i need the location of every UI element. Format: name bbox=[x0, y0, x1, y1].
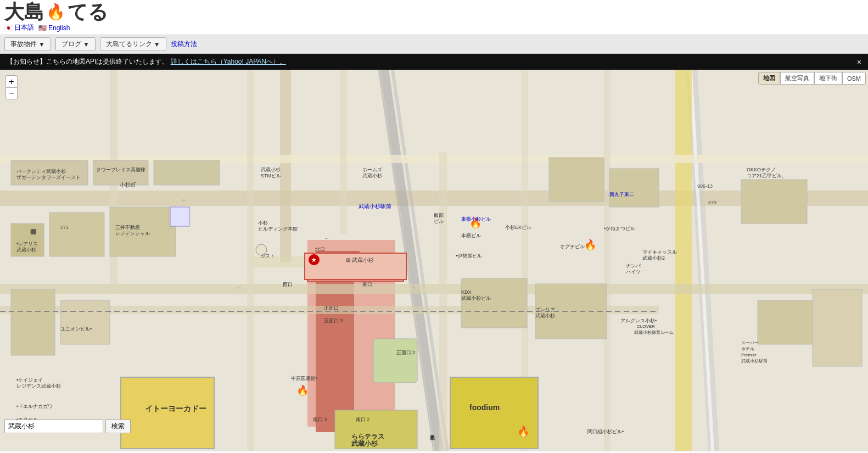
svg-text:本横ビル: 本横ビル bbox=[461, 233, 481, 238]
svg-rect-32 bbox=[549, 158, 604, 202]
svg-text:CLOVER: CLOVER bbox=[637, 324, 655, 329]
us-flag: 🇺🇸 bbox=[38, 24, 47, 32]
announce-text: 【お知らせ】こちらの地図APIは提供終了いたします。 詳しくはこちら（Yahoo… bbox=[7, 57, 286, 66]
svg-text:KDX: KDX bbox=[461, 289, 472, 295]
svg-text:東口: 東口 bbox=[362, 282, 372, 287]
language-bar: 🇯🇵 日本語 🇺🇸 English bbox=[4, 23, 864, 32]
svg-rect-33 bbox=[609, 169, 659, 207]
svg-text:武蔵小杉: 武蔵小杉 bbox=[16, 247, 36, 253]
svg-text:ユニオンビル•: ユニオンビル• bbox=[60, 326, 92, 332]
svg-text:武蔵小杉保育ルーム: 武蔵小杉保育ルーム bbox=[634, 330, 674, 335]
map-container[interactable]: 🔥 🔥 🔥 🔥 ← ← ← ← パークシティ武蔵小杉 ザガーデンタワーズイースト… bbox=[0, 70, 868, 451]
svg-text:⬛: ⬛ bbox=[30, 228, 37, 235]
svg-rect-11 bbox=[675, 70, 692, 451]
svg-text:スーパー: スーパー bbox=[741, 340, 759, 345]
svg-text:正面口２: 正面口２ bbox=[396, 350, 416, 355]
svg-text:•ドエルナカガワ: •ドエルナカガワ bbox=[16, 404, 53, 409]
svg-text:武蔵小杉駅前: 武蔵小杉駅前 bbox=[741, 359, 768, 363]
svg-text:←: ← bbox=[324, 235, 329, 241]
links-label: 大島てるリンク bbox=[106, 40, 152, 49]
map-type-underground-button[interactable]: 地下街 bbox=[814, 72, 842, 85]
svg-text:武蔵小杉: 武蔵小杉 bbox=[362, 173, 382, 178]
blog-menu-button[interactable]: ブログ ▼ bbox=[55, 37, 96, 51]
svg-text:OKKOテクノ: OKKOテクノ bbox=[747, 167, 776, 172]
announce-close-button[interactable]: × bbox=[857, 58, 861, 66]
zoom-in-button[interactable]: + bbox=[5, 75, 18, 87]
svg-text:イトーヨーカドー: イトーヨーカドー bbox=[145, 404, 206, 413]
svg-rect-23 bbox=[154, 160, 220, 185]
svg-text:武蔵小杉2: 武蔵小杉2 bbox=[642, 255, 665, 261]
search-input[interactable] bbox=[4, 420, 103, 433]
site-title-kanji: 大島 bbox=[4, 2, 44, 22]
blog-arrow: ▼ bbox=[83, 41, 89, 48]
site-header: 大島 🔥 てる 🇯🇵 日本語 🇺🇸 English bbox=[0, 0, 868, 35]
svg-text:レジデンシャル: レジデンシャル bbox=[115, 231, 150, 236]
svg-text:北口: 北口 bbox=[315, 247, 325, 252]
search-box: 検索 bbox=[4, 420, 131, 433]
svg-text:武蔵小杉ビル: 武蔵小杉ビル bbox=[461, 295, 491, 301]
svg-text:武蔵小杉: 武蔵小杉 bbox=[351, 440, 378, 448]
svg-rect-36 bbox=[813, 289, 862, 366]
svg-rect-27 bbox=[11, 289, 55, 355]
jp-flag: 🇯🇵 bbox=[4, 24, 13, 32]
svg-text:←: ← bbox=[412, 284, 417, 290]
announce-message: 【お知らせ】こちらの地図APIは提供終了いたします。 bbox=[7, 58, 169, 65]
map-type-osm-button[interactable]: OSM bbox=[842, 72, 866, 85]
map-type-aerial-button[interactable]: 航空写真 bbox=[780, 72, 814, 85]
svg-rect-34 bbox=[741, 180, 807, 223]
svg-text:西口: 西口 bbox=[283, 282, 293, 287]
svg-text:レジデンス武蔵小杉: レジデンス武蔵小杉 bbox=[16, 383, 61, 389]
announce-link[interactable]: 詳しくはこちら（Yahoo! JAPANへ）。 bbox=[171, 58, 286, 65]
accident-arrow: ▼ bbox=[38, 41, 45, 48]
svg-rect-39 bbox=[373, 339, 417, 383]
svg-text:foodium: foodium bbox=[469, 403, 500, 412]
svg-text:ガスト: ガスト bbox=[260, 253, 275, 259]
svg-text:南口２: 南口２ bbox=[356, 417, 371, 422]
accident-menu-button[interactable]: 事故物件 ▼ bbox=[4, 37, 51, 51]
announce-link-text: 詳しくはこちら（Yahoo! JAPANへ）。 bbox=[171, 58, 286, 65]
zoom-controls: + − bbox=[5, 75, 18, 99]
lang-japanese[interactable]: 🇯🇵 日本語 bbox=[4, 23, 34, 32]
links-arrow: ▼ bbox=[154, 41, 160, 48]
svg-text:•伊勢屋ビル: •伊勢屋ビル bbox=[456, 253, 482, 259]
svg-text:🔥: 🔥 bbox=[517, 426, 530, 438]
svg-text:ザガーデンタワーズイースト: ザガーデンタワーズイースト bbox=[16, 175, 81, 180]
svg-text:ホテル: ホテル bbox=[741, 346, 754, 351]
svg-rect-2 bbox=[280, 70, 291, 262]
svg-text:•かねまつビル: •かねまつビル bbox=[604, 226, 635, 231]
footer: (C)Yahoo Japan,(C)ZENRIN Webサービス by Yaho… bbox=[0, 451, 868, 453]
svg-text:コア21乙甲ビル。: コア21乙甲ビル。 bbox=[747, 173, 787, 178]
svg-text:←: ← bbox=[181, 197, 187, 203]
zoom-out-button[interactable]: − bbox=[5, 87, 18, 99]
lang-english[interactable]: 🇺🇸 English bbox=[38, 23, 70, 32]
map-type-controls: 地図 航空写真 地下街 OSM bbox=[758, 72, 866, 85]
site-title: 大島 🔥 てる bbox=[4, 2, 864, 22]
svg-text:アルグレス小杉•: アルグレス小杉• bbox=[620, 318, 657, 323]
svg-text:小杉: 小杉 bbox=[258, 220, 268, 226]
search-button[interactable]: 検索 bbox=[105, 420, 131, 433]
map-type-map-button[interactable]: 地図 bbox=[758, 72, 780, 85]
svg-text:正面口３: 正面口３ bbox=[324, 318, 344, 323]
svg-rect-25 bbox=[49, 212, 104, 256]
svg-text:プレリア: プレリア bbox=[535, 307, 555, 312]
announcement-bar: 【お知らせ】こちらの地図APIは提供終了いたします。 詳しくはこちら（Yahoo… bbox=[0, 54, 868, 70]
svg-text:•レアリス: •レアリス bbox=[16, 241, 38, 247]
svg-text:ハイツ: ハイツ bbox=[625, 269, 641, 275]
svg-text:武蔵小杉: 武蔵小杉 bbox=[261, 167, 281, 172]
links-menu-button[interactable]: 大島てるリンク ▼ bbox=[100, 37, 166, 51]
svg-text:906-13: 906-13 bbox=[697, 183, 713, 189]
svg-text:Premier: Premier bbox=[741, 353, 757, 357]
post-method-link[interactable]: 投稿方法 bbox=[171, 40, 197, 49]
svg-rect-18 bbox=[439, 152, 447, 451]
svg-rect-1 bbox=[0, 191, 868, 206]
svg-rect-43 bbox=[170, 207, 189, 226]
svg-text:小杉町: 小杉町 bbox=[120, 182, 136, 188]
svg-text:南口３: 南口３ bbox=[313, 417, 328, 422]
blog-label: ブログ bbox=[61, 40, 81, 49]
svg-text:ビルディング本館: ビルディング本館 bbox=[258, 226, 298, 232]
svg-text:オグチビル: オグチビル bbox=[560, 244, 585, 249]
svg-text:🔥: 🔥 bbox=[296, 384, 309, 396]
svg-text:271: 271 bbox=[60, 225, 69, 230]
svg-text:•ケイジェイ: •ケイジェイ bbox=[16, 377, 43, 383]
svg-rect-35 bbox=[758, 300, 813, 344]
